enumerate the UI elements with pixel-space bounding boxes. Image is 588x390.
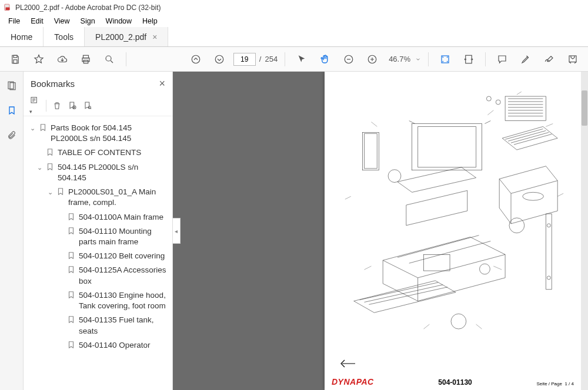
panel-title: Bookmarks: [31, 79, 75, 89]
collapse-icon[interactable]: ⌄: [28, 123, 36, 133]
print-button[interactable]: [76, 50, 95, 69]
svg-point-25: [523, 192, 544, 200]
svg-rect-4: [83, 55, 89, 58]
bookmarks-rail-button[interactable]: [5, 103, 19, 117]
toolbar-separator: [126, 52, 126, 66]
svg-point-30: [509, 218, 524, 233]
menu-window[interactable]: Window: [101, 16, 136, 26]
options-button[interactable]: ▾: [29, 96, 40, 116]
cloud-button[interactable]: [53, 50, 72, 69]
svg-rect-1: [6, 7, 10, 10]
save-button[interactable]: [6, 50, 25, 69]
page-sep: /: [259, 55, 262, 63]
bookmark-item[interactable]: 504-01120 Belt covering: [27, 249, 170, 263]
bookmark-label: TABLE OF CONTENTS: [58, 147, 169, 158]
bookmark-item[interactable]: TABLE OF CONTENTS: [27, 146, 170, 160]
toolbar-separator: [46, 100, 46, 112]
bookmark-item[interactable]: 504-01140 Operator: [27, 338, 170, 352]
bookmark-item[interactable]: ⌄ PL2000LS01_01_A Main frame, compl.: [27, 185, 170, 210]
document-viewer[interactable]: ◂: [173, 72, 588, 390]
bookmark-item[interactable]: ⌄ 504.145 PL2000LS s/n 504.145: [27, 160, 170, 185]
back-arrow-icon: [339, 358, 356, 369]
toolbar-separator: [428, 52, 429, 66]
close-icon[interactable]: ×: [152, 32, 157, 42]
bookmarks-tree[interactable]: ⌄ Parts Book for 504.145 PL2000LS s/n 50…: [24, 116, 172, 390]
vertical-scrollbar[interactable]: [581, 72, 588, 390]
window-titlebar: PL2000_2.pdf - Adobe Acrobat Pro DC (32-…: [0, 0, 588, 15]
tab-document-label: PL2000_2.pdf: [95, 32, 146, 42]
tab-tools[interactable]: Tools: [44, 27, 85, 46]
page-footer: DYNAPAC 504-01130 Seite / Page 1 / 4: [325, 377, 581, 386]
svg-point-22: [496, 100, 500, 105]
svg-point-21: [486, 96, 491, 101]
fit-width-button[interactable]: [459, 50, 478, 69]
panel-toolbar: ▾: [24, 95, 172, 116]
zoom-select[interactable]: 46.7%: [386, 53, 421, 65]
new-bookmark-button[interactable]: [68, 101, 77, 110]
bookmark-icon: [56, 187, 66, 196]
star-button[interactable]: [29, 50, 48, 69]
close-panel-button[interactable]: ×: [159, 78, 165, 90]
find-button[interactable]: [100, 50, 119, 69]
bookmark-icon: [67, 212, 76, 221]
menu-file[interactable]: File: [4, 16, 25, 26]
sign-tool-button[interactable]: [540, 50, 559, 69]
menu-help[interactable]: Help: [138, 16, 162, 26]
toolbar-separator: [485, 52, 486, 66]
bookmark-icon: [67, 290, 76, 299]
select-tool-button[interactable]: [292, 50, 311, 69]
tab-home[interactable]: Home: [0, 27, 44, 46]
svg-rect-20: [505, 96, 546, 121]
exploded-diagram: [336, 79, 569, 349]
bookmark-item[interactable]: 504-01130 Engine hood, Tank covering, fo…: [27, 288, 170, 313]
bookmark-icon: [46, 162, 55, 171]
highlight-button[interactable]: [516, 50, 535, 69]
fit-page-button[interactable]: [436, 50, 455, 69]
svg-point-27: [480, 264, 490, 274]
bookmark-icon: [46, 147, 55, 156]
scrollbar-thumb[interactable]: [582, 90, 587, 126]
main-toolbar: / 254 46.7%: [0, 47, 588, 72]
collapse-icon[interactable]: ⌄: [35, 162, 44, 172]
menu-edit[interactable]: Edit: [26, 16, 48, 26]
tab-tools-label: Tools: [54, 32, 74, 42]
collapse-panel-button[interactable]: ◂: [173, 218, 181, 244]
svg-rect-24: [363, 132, 379, 170]
stamp-button[interactable]: [563, 50, 582, 69]
menu-view[interactable]: View: [49, 16, 75, 26]
document-tabs: Home Tools PL2000_2.pdf ×: [0, 27, 588, 47]
bookmark-item[interactable]: 504-01125A Accessories box: [27, 263, 170, 288]
bookmark-item[interactable]: 504-01135 Fuel tank, seats: [27, 313, 170, 338]
bookmark-item[interactable]: 504-01110 Mounting parts main frame: [27, 224, 170, 249]
collapse-icon[interactable]: ⌄: [46, 187, 54, 197]
bookmark-label: 504-01125A Accessories box: [79, 265, 169, 286]
svg-rect-3: [14, 59, 17, 63]
thumbnails-rail-button[interactable]: [5, 79, 19, 93]
bookmark-item[interactable]: ⌄ Parts Book for 504.145 PL2000LS s/n 50…: [27, 121, 170, 146]
zoom-out-button[interactable]: [339, 50, 358, 69]
zoom-in-button[interactable]: [363, 50, 382, 69]
attachments-rail-button[interactable]: [5, 128, 19, 142]
comment-button[interactable]: [493, 50, 512, 69]
hand-tool-button[interactable]: [316, 50, 335, 69]
menu-bar: File Edit View Sign Window Help: [0, 15, 588, 27]
delete-bookmark-button[interactable]: [52, 101, 62, 110]
svg-rect-23: [412, 124, 482, 170]
bookmark-label: 504-01135 Fuel tank, seats: [79, 315, 169, 336]
find-bookmark-button[interactable]: [83, 101, 92, 110]
svg-point-8: [192, 55, 200, 63]
svg-point-32: [388, 170, 401, 183]
svg-point-29: [547, 276, 550, 280]
page-up-button[interactable]: [186, 50, 205, 69]
bookmark-label: 504-01110 Mounting parts main frame: [79, 226, 169, 247]
navigation-rail: [0, 72, 24, 390]
bookmark-label: 504-01140 Operator: [79, 340, 169, 351]
page-down-button[interactable]: [210, 50, 229, 69]
bookmark-label: 504.145 PL2000LS s/n 504.145: [58, 162, 169, 183]
bookmark-item[interactable]: 504-01100A Main frame: [27, 210, 170, 224]
svg-point-28: [547, 224, 550, 227]
tab-document[interactable]: PL2000_2.pdf ×: [85, 27, 168, 46]
page-number-input[interactable]: [233, 53, 256, 66]
menu-sign[interactable]: Sign: [76, 16, 100, 26]
zoom-value: 46.7%: [386, 53, 413, 65]
